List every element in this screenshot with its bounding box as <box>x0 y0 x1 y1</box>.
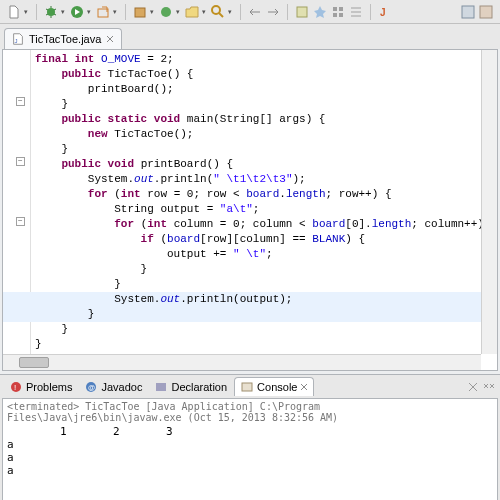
vertical-scrollbar[interactable] <box>481 50 497 354</box>
tab-console[interactable]: Console <box>234 377 314 396</box>
java-file-icon: J <box>11 32 25 46</box>
svg-rect-20 <box>242 383 252 391</box>
main-toolbar: ▾ ▾ ▾ ▾ ▾ ▾ ▾ ▾ J <box>0 0 500 24</box>
editor-tab-bar: J TicTacToe.java <box>0 24 500 49</box>
svg-rect-7 <box>333 7 337 11</box>
search-icon[interactable] <box>210 4 226 20</box>
dropdown-icon[interactable]: ▾ <box>61 8 67 16</box>
bottom-tabs: ! Problems @ Javadoc Declaration Console <box>0 375 500 398</box>
type-icon[interactable] <box>158 4 174 20</box>
list-icon[interactable] <box>348 4 364 20</box>
tab-label: TicTacToe.java <box>29 33 101 45</box>
svg-text:J: J <box>15 37 18 44</box>
persp1-icon[interactable] <box>460 4 476 20</box>
scroll-thumb[interactable] <box>19 357 49 368</box>
horizontal-scrollbar[interactable] <box>3 354 481 370</box>
tab-tictactoe[interactable]: J TicTacToe.java <box>4 28 122 49</box>
debug-icon[interactable] <box>43 4 59 20</box>
close-icon[interactable] <box>300 383 308 391</box>
svg-text:J: J <box>380 7 386 18</box>
persp2-icon[interactable] <box>478 4 494 20</box>
external-icon[interactable] <box>95 4 111 20</box>
fold-icon[interactable] <box>16 217 25 226</box>
dropdown-icon[interactable]: ▾ <box>113 8 119 16</box>
svg-rect-10 <box>339 13 343 17</box>
code-editor[interactable]: final int O_MOVE = 2; public TicTacToe()… <box>2 49 498 371</box>
code-content[interactable]: final int O_MOVE = 2; public TicTacToe()… <box>35 52 479 352</box>
svg-point-0 <box>47 8 55 16</box>
pin-icon[interactable] <box>312 4 328 20</box>
console-view[interactable]: <terminated> TicTacToe [Java Application… <box>2 398 498 500</box>
svg-rect-9 <box>333 13 337 17</box>
problems-icon: ! <box>9 380 23 394</box>
svg-rect-8 <box>339 7 343 11</box>
new-icon[interactable] <box>6 4 22 20</box>
package-icon[interactable] <box>132 4 148 20</box>
tab-problems[interactable]: ! Problems <box>4 378 77 396</box>
dropdown-icon[interactable]: ▾ <box>87 8 93 16</box>
svg-point-4 <box>161 7 171 17</box>
svg-rect-19 <box>156 383 166 391</box>
java-icon[interactable]: J <box>377 4 393 20</box>
svg-rect-6 <box>297 7 307 17</box>
console-icon <box>240 380 254 394</box>
dropdown-icon[interactable]: ▾ <box>150 8 156 16</box>
tab-javadoc[interactable]: @ Javadoc <box>79 378 147 396</box>
fold-icon[interactable] <box>16 97 25 106</box>
svg-rect-3 <box>135 8 145 17</box>
dropdown-icon[interactable]: ▾ <box>176 8 182 16</box>
console-header: <terminated> TicTacToe [Java Application… <box>7 401 493 425</box>
grid-icon[interactable] <box>330 4 346 20</box>
bottom-panel: ! Problems @ Javadoc Declaration Console… <box>0 374 500 500</box>
dropdown-icon[interactable]: ▾ <box>24 8 30 16</box>
remove-launch-icon[interactable] <box>466 380 480 394</box>
close-icon[interactable] <box>105 34 115 44</box>
gutter <box>3 50 31 370</box>
svg-rect-13 <box>480 6 492 18</box>
svg-point-5 <box>212 6 220 14</box>
open-icon[interactable] <box>184 4 200 20</box>
declaration-icon <box>154 380 168 394</box>
tab-declaration[interactable]: Declaration <box>149 378 232 396</box>
svg-rect-12 <box>462 6 474 18</box>
remove-all-icon[interactable] <box>482 380 496 394</box>
cheat-icon[interactable] <box>294 4 310 20</box>
run-icon[interactable] <box>69 4 85 20</box>
fold-icon[interactable] <box>16 157 25 166</box>
console-output: 1 2 3 a a a <box>7 425 493 477</box>
svg-text:!: ! <box>14 383 16 392</box>
dropdown-icon[interactable]: ▾ <box>228 8 234 16</box>
svg-text:@: @ <box>88 384 95 391</box>
console-toolbar <box>466 380 496 394</box>
prev-icon[interactable] <box>247 4 263 20</box>
next-icon[interactable] <box>265 4 281 20</box>
dropdown-icon[interactable]: ▾ <box>202 8 208 16</box>
javadoc-icon: @ <box>84 380 98 394</box>
